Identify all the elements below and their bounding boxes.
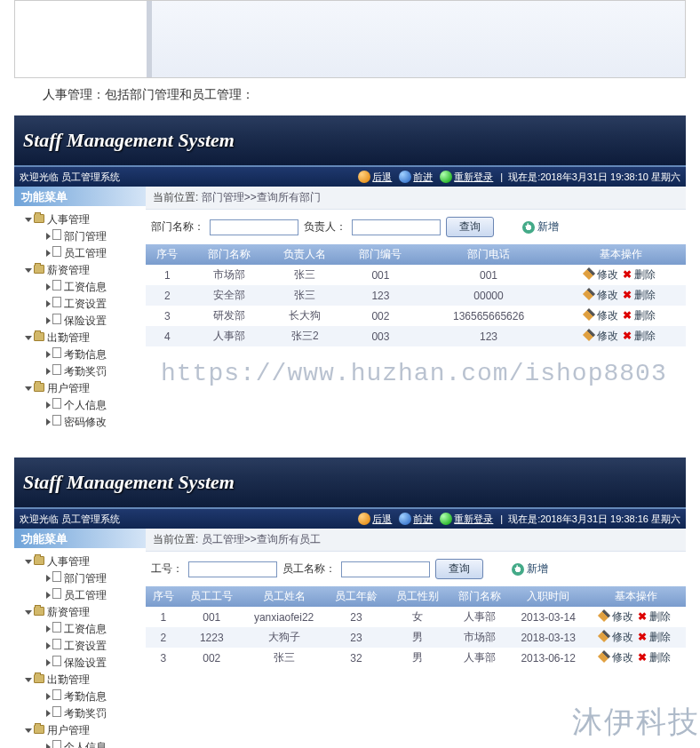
nav-item-insurance[interactable]: 保险设置: [25, 313, 142, 330]
edit-icon: [583, 288, 595, 300]
prev-fragment: [14, 0, 686, 78]
caret-right-icon: [46, 625, 51, 633]
nav-group-salary[interactable]: 薪资管理: [25, 604, 142, 621]
nav-item-salary-info[interactable]: 工资信息: [25, 279, 142, 296]
search-button[interactable]: 查询: [446, 217, 494, 237]
file-icon: [52, 297, 61, 307]
back-icon: [358, 171, 370, 183]
caret-down-icon: [25, 336, 32, 340]
nav-item-profile[interactable]: 个人信息: [25, 739, 142, 748]
col-code: 部门编号: [340, 244, 421, 265]
edit-link[interactable]: 修改: [597, 268, 618, 281]
delete-link[interactable]: 删除: [649, 651, 671, 664]
nav-item-salary-info[interactable]: 工资信息: [25, 621, 142, 638]
caret-right-icon: [46, 575, 51, 582]
emp-name-input[interactable]: [341, 561, 430, 577]
nav-item-insurance[interactable]: 保险设置: [25, 655, 142, 672]
col-idx: 序号: [146, 244, 189, 265]
dept-leader-input[interactable]: [352, 219, 441, 235]
col-sex: 员工性别: [387, 586, 449, 607]
forward-icon: [399, 513, 411, 525]
separator: |: [500, 171, 503, 182]
delete-link[interactable]: 删除: [634, 268, 656, 281]
edit-icon: [598, 630, 610, 642]
back-link[interactable]: 后退: [372, 513, 394, 526]
nav-item-salary-set[interactable]: 工资设置: [25, 296, 142, 313]
col-no: 员工工号: [181, 586, 243, 607]
col-ops: 基本操作: [556, 244, 686, 265]
breadcrumb-path: 员工管理>>查询所有员工: [202, 533, 321, 545]
nav-group-salary[interactable]: 薪资管理: [25, 262, 142, 279]
dept-name-label: 部门名称：: [151, 219, 204, 235]
relogin-link[interactable]: 重新登录: [454, 171, 495, 184]
delete-link[interactable]: 删除: [649, 631, 671, 643]
search-bar: 工号： 员工名称： 查询 新增: [146, 552, 686, 586]
delete-link[interactable]: 删除: [634, 309, 656, 322]
nav-item-att-reward[interactable]: 考勤奖罚: [25, 363, 142, 380]
edit-link[interactable]: 修改: [597, 289, 618, 301]
nav-item-dept[interactable]: 部门管理: [25, 570, 142, 587]
emp-id-label: 工号：: [151, 561, 183, 577]
nav-item-password[interactable]: 密码修改: [25, 414, 142, 431]
file-icon: [52, 588, 61, 599]
edit-link[interactable]: 修改: [597, 309, 618, 322]
breadcrumb: 当前位置: 部门管理>>查询所有部门: [146, 187, 686, 210]
edit-icon: [583, 308, 595, 321]
welcome-text: 欢迎光临 员工管理系统: [20, 171, 120, 184]
nav-group-attendance[interactable]: 出勤管理: [25, 672, 142, 688]
col-tel: 部门电话: [421, 244, 556, 265]
edit-icon: [583, 267, 595, 280]
nav-item-dept[interactable]: 部门管理: [25, 228, 142, 245]
edit-link[interactable]: 修改: [612, 631, 633, 643]
caret-down-icon: [25, 610, 32, 615]
nav-item-att-reward[interactable]: 考勤奖罚: [25, 705, 142, 722]
nav-group-user[interactable]: 用户管理: [25, 380, 142, 397]
welcome-text: 欢迎光临 员工管理系统: [20, 513, 120, 526]
content-area: 当前位置: 员工管理>>查询所有员工 工号： 员工名称： 查询 新增 序号 员工…: [146, 529, 686, 748]
nav-item-emp[interactable]: 员工管理: [25, 587, 142, 604]
forward-link[interactable]: 前进: [413, 513, 434, 526]
file-icon: [52, 622, 61, 633]
delete-link[interactable]: 删除: [634, 289, 656, 301]
delete-link[interactable]: 删除: [634, 330, 656, 342]
edit-link[interactable]: 修改: [597, 330, 618, 342]
folder-icon: [34, 607, 44, 616]
search-button[interactable]: 查询: [435, 559, 483, 579]
add-link[interactable]: 新增: [522, 219, 559, 235]
nav-group-hr[interactable]: 人事管理: [25, 211, 142, 228]
nav-group-hr[interactable]: 人事管理: [25, 553, 142, 570]
nav-group-attendance[interactable]: 出勤管理: [25, 330, 142, 346]
file-icon: [52, 347, 61, 358]
nav-item-att-info[interactable]: 考勤信息: [25, 346, 142, 363]
edit-link[interactable]: 修改: [612, 610, 633, 623]
delete-link[interactable]: 删除: [649, 610, 671, 623]
caret-down-icon: [25, 386, 32, 391]
nav-group-user[interactable]: 用户管理: [25, 722, 142, 739]
breadcrumb: 当前位置: 员工管理>>查询所有员工: [146, 529, 686, 552]
nav-item-salary-set[interactable]: 工资设置: [25, 638, 142, 655]
caret-right-icon: [46, 317, 51, 324]
edit-link[interactable]: 修改: [612, 651, 633, 664]
delete-icon: ✖: [638, 610, 647, 623]
nav-item-emp[interactable]: 员工管理: [25, 245, 142, 262]
col-leader: 负责人名: [270, 244, 340, 265]
add-link[interactable]: 新增: [512, 561, 548, 577]
breadcrumb-label: 当前位置:: [153, 191, 198, 203]
caret-down-icon: [25, 728, 32, 733]
nav-tree: 人事管理 部门管理 员工管理 薪资管理 工资信息 工资设置 保险设置 出勤管理 …: [14, 206, 146, 449]
emp-id-input[interactable]: [188, 561, 277, 577]
nav-item-att-info[interactable]: 考勤信息: [25, 688, 142, 705]
folder-icon: [34, 214, 44, 223]
folder-icon: [34, 725, 44, 734]
nav-item-profile[interactable]: 个人信息: [25, 397, 142, 414]
file-icon: [52, 415, 61, 426]
relogin-link[interactable]: 重新登录: [454, 513, 495, 526]
forward-link[interactable]: 前进: [413, 171, 434, 184]
col-dept: 部门名称: [449, 586, 510, 607]
delete-icon: ✖: [623, 268, 632, 281]
caret-down-icon: [25, 678, 32, 682]
dept-table: 序号 部门名称 负责人名 部门编号 部门电话 基本操作 1市场部张三001001…: [146, 244, 686, 346]
table-row: 4人事部张三2003123 修改 ✖删除: [146, 326, 686, 346]
back-link[interactable]: 后退: [372, 171, 394, 184]
dept-name-input[interactable]: [210, 219, 298, 235]
